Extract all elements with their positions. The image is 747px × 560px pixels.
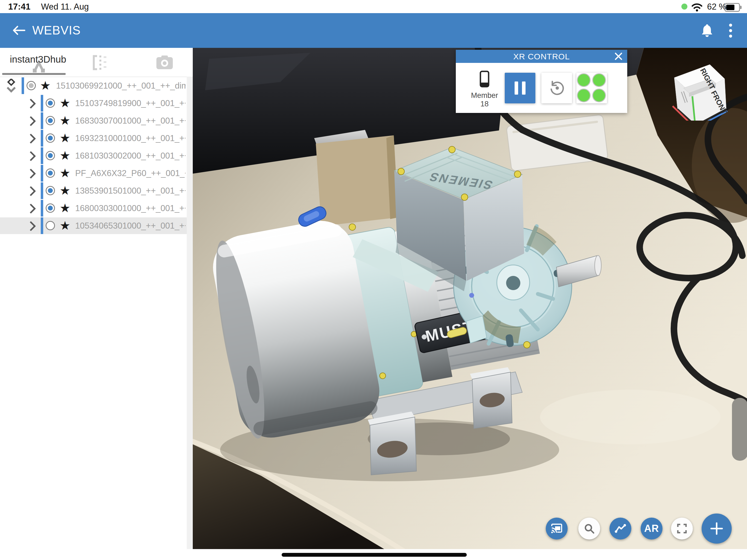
star-icon[interactable]: ★ xyxy=(60,166,70,180)
tree-item[interactable]: ★ PF_A6X6X32_P60_++_001_++_DIN xyxy=(0,165,187,182)
restore-icon xyxy=(548,80,565,96)
members-button[interactable] xyxy=(576,73,607,103)
cast-button[interactable] xyxy=(546,518,568,539)
tree-item[interactable]: ★ 15103069921000_++_001_++_dimensi xyxy=(0,77,187,94)
member-label: Member 18 xyxy=(467,91,502,108)
ar-button-label: AR xyxy=(644,523,659,534)
hierarchy-bar xyxy=(41,147,43,164)
expand-chevron-icon[interactable] xyxy=(26,134,36,144)
expand-chevron-icon[interactable] xyxy=(26,151,36,161)
tree-item-label: 16810303002000_++_001_++_BS xyxy=(75,151,186,161)
radio[interactable] xyxy=(46,151,55,160)
tree-item[interactable]: ★ 10534065301000_++_001_++_fra xyxy=(0,218,187,234)
hierarchy-bar xyxy=(22,77,24,94)
overflow-menu-button[interactable] xyxy=(724,22,737,40)
tree-item-label: 15103749819900_++_001_++_rat xyxy=(75,98,186,108)
app-title: WEBVIS xyxy=(32,24,81,37)
tab-clipping[interactable] xyxy=(64,48,129,76)
fullscreen-button[interactable] xyxy=(671,518,693,539)
star-icon[interactable]: ★ xyxy=(60,183,70,198)
star-icon[interactable]: ★ xyxy=(60,148,70,163)
expand-chevron-icon[interactable] xyxy=(26,186,36,196)
radio[interactable] xyxy=(46,133,55,143)
plus-icon xyxy=(710,522,723,535)
hierarchy-bar xyxy=(41,200,43,217)
tree-item-label: PF_A6X6X32_P60_++_001_++_DIN xyxy=(75,169,186,178)
star-icon[interactable]: ★ xyxy=(60,113,70,128)
bell-icon xyxy=(701,24,713,37)
hierarchy-bar xyxy=(41,95,43,111)
back-arrow-icon xyxy=(11,25,26,36)
radio[interactable] xyxy=(46,186,55,195)
expand-chevron-icon[interactable] xyxy=(26,116,36,126)
members-grid-icon xyxy=(577,73,607,103)
clipping-icon xyxy=(92,54,109,71)
star-icon[interactable]: ★ xyxy=(60,131,70,146)
expand-chevron-icon[interactable] xyxy=(26,169,36,179)
home-indicator[interactable] xyxy=(282,553,467,557)
tree-item-label: 13853901501000_++_001_++_rot xyxy=(75,186,186,196)
pause-button[interactable] xyxy=(505,73,535,103)
edge-object xyxy=(732,398,747,461)
radio[interactable] xyxy=(46,116,55,125)
notifications-button[interactable] xyxy=(699,22,715,40)
ar-viewport[interactable]: MUSTER xyxy=(193,48,747,549)
radio[interactable] xyxy=(46,203,55,213)
ar-scene: MUSTER xyxy=(193,48,747,549)
part-tree: ★ 15103069921000_++_001_++_dimensi ★ 151… xyxy=(0,77,187,235)
fullscreen-icon xyxy=(677,524,687,534)
ar-button[interactable]: AR xyxy=(641,518,663,539)
status-bar: 17:41 Wed 11. Aug 62 % xyxy=(0,0,747,13)
tree-item[interactable]: ★ 16830307001000_++_001_++__ xyxy=(0,112,187,129)
add-button[interactable] xyxy=(702,513,732,543)
tree-item[interactable]: ★ 15103749819900_++_001_++_rat xyxy=(0,95,187,111)
xr-panel-title: XR CONTROL xyxy=(456,52,627,61)
wifi-icon xyxy=(691,3,703,11)
tab-label: instant3Dhub xyxy=(10,54,66,65)
expand-chevron-icon[interactable] xyxy=(26,221,36,231)
cast-icon xyxy=(551,524,563,534)
structure-state-icon[interactable] xyxy=(6,79,17,93)
measure-button[interactable] xyxy=(610,518,632,539)
view-cube[interactable]: RIGHT FRONT xyxy=(669,62,728,122)
xr-panel-header: XR CONTROL xyxy=(456,50,627,63)
star-icon[interactable]: ★ xyxy=(60,218,70,233)
member-status: Member 18 xyxy=(467,71,502,108)
motor-foot xyxy=(470,367,512,429)
star-icon[interactable]: ★ xyxy=(40,78,51,93)
star-icon[interactable]: ★ xyxy=(60,201,70,215)
tab-instant3dhub[interactable]: instant3Dhub xyxy=(0,48,64,76)
privacy-indicator-icon xyxy=(681,4,687,9)
clock: 17:41 xyxy=(8,2,31,12)
radio[interactable] xyxy=(46,221,55,230)
expand-chevron-icon[interactable] xyxy=(26,204,36,214)
tree-item[interactable]: ★ 16810303002000_++_001_++_BS xyxy=(0,147,187,164)
radio[interactable] xyxy=(46,98,55,108)
hierarchy-bar xyxy=(41,182,43,199)
tree-item[interactable]: ★ 16800303001000_++_001_++_B3 xyxy=(0,200,187,217)
reset-view-button[interactable] xyxy=(541,73,572,103)
tab-camera[interactable] xyxy=(129,48,193,76)
tree-item-label: 16830307001000_++_001_++__ xyxy=(75,116,186,126)
sidebar-tabs: instant3Dhub xyxy=(0,48,193,77)
search-button[interactable] xyxy=(578,518,600,539)
radio[interactable] xyxy=(46,169,55,178)
tree-item[interactable]: ★ 13853901501000_++_001_++_rot xyxy=(0,182,187,199)
app-bar: WEBVIS xyxy=(0,13,747,48)
expand-chevron-icon[interactable] xyxy=(26,99,36,109)
motor-foot xyxy=(368,411,416,475)
smartphone-icon xyxy=(480,71,489,87)
hierarchy-bar xyxy=(41,218,43,234)
tree-item[interactable]: ★ 16932310001000_++_001_++__ xyxy=(0,130,187,147)
tree-item-label: 10534065301000_++_001_++_fra xyxy=(75,221,186,231)
search-icon xyxy=(584,523,595,534)
kebab-icon xyxy=(729,24,732,38)
radio[interactable] xyxy=(27,81,36,90)
camera-icon xyxy=(156,55,173,70)
close-button[interactable] xyxy=(614,51,623,61)
star-icon[interactable]: ★ xyxy=(60,96,70,110)
sidebar-gutter xyxy=(187,77,193,560)
back-button[interactable] xyxy=(11,24,26,37)
xr-control-panel: XR CONTROL Member 18 xyxy=(456,50,627,113)
desk-object xyxy=(316,135,398,226)
